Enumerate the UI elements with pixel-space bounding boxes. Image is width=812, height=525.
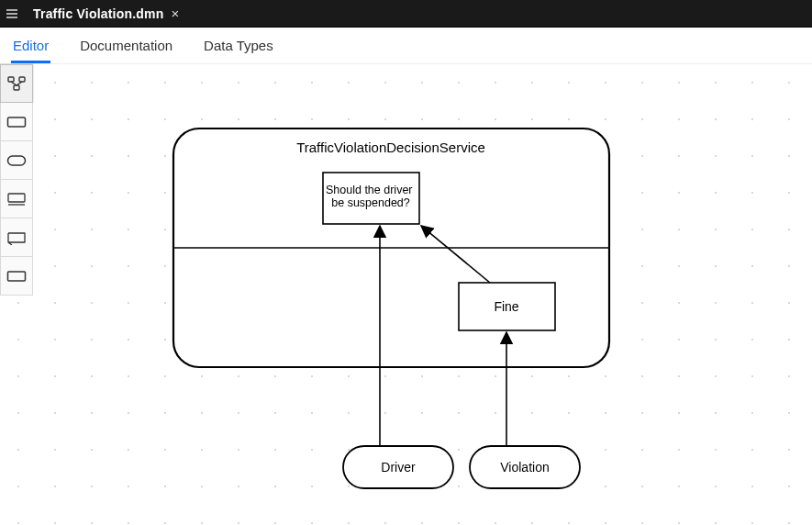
decision-fine-label: Fine bbox=[494, 299, 518, 314]
file-name: Traffic Violation.dmn bbox=[33, 6, 163, 21]
toolbox bbox=[0, 64, 33, 296]
svg-rect-3 bbox=[8, 77, 14, 82]
svg-rect-6 bbox=[8, 117, 26, 127]
svg-rect-8 bbox=[8, 194, 25, 202]
input-violation[interactable]: Violation bbox=[470, 446, 580, 488]
svg-rect-4 bbox=[19, 77, 25, 82]
knowledge-source-icon[interactable] bbox=[0, 141, 33, 180]
tab-editor[interactable]: Editor bbox=[11, 28, 50, 63]
hamburger-icon[interactable] bbox=[4, 6, 20, 22]
input-driver-label: Driver bbox=[381, 460, 416, 475]
decision-service-label: TrafficViolationDecisionService bbox=[296, 140, 485, 155]
bkm-icon[interactable] bbox=[0, 180, 33, 218]
decision-suspend-label: Should the driver be suspended? bbox=[326, 184, 416, 209]
decision-suspend[interactable]: Should the driver be suspended? bbox=[323, 173, 419, 224]
input-violation-label: Violation bbox=[500, 460, 549, 475]
svg-rect-7 bbox=[8, 156, 26, 165]
dmn-model-icon[interactable] bbox=[0, 64, 33, 103]
input-data-icon[interactable] bbox=[0, 257, 33, 296]
tab-datatypes[interactable]: Data Types bbox=[202, 28, 275, 63]
svg-rect-5 bbox=[14, 85, 19, 90]
decision-icon[interactable] bbox=[0, 103, 33, 141]
decision-fine[interactable]: Fine bbox=[459, 283, 555, 330]
text-annotation-icon[interactable] bbox=[0, 218, 33, 257]
decision-service[interactable]: TrafficViolationDecisionService bbox=[173, 128, 609, 367]
tabbar: Editor Documentation Data Types bbox=[0, 28, 812, 64]
workspace[interactable]: TrafficViolationDecisionService Should t… bbox=[0, 64, 812, 525]
input-driver[interactable]: Driver bbox=[343, 446, 453, 488]
file-tab[interactable]: Traffic Violation.dmn × bbox=[26, 3, 186, 25]
svg-rect-10 bbox=[8, 272, 26, 281]
diagram-canvas[interactable]: TrafficViolationDecisionService Should t… bbox=[0, 64, 812, 525]
tab-documentation[interactable]: Documentation bbox=[78, 28, 174, 63]
titlebar: Traffic Violation.dmn × bbox=[0, 0, 812, 28]
close-icon[interactable]: × bbox=[171, 6, 179, 20]
